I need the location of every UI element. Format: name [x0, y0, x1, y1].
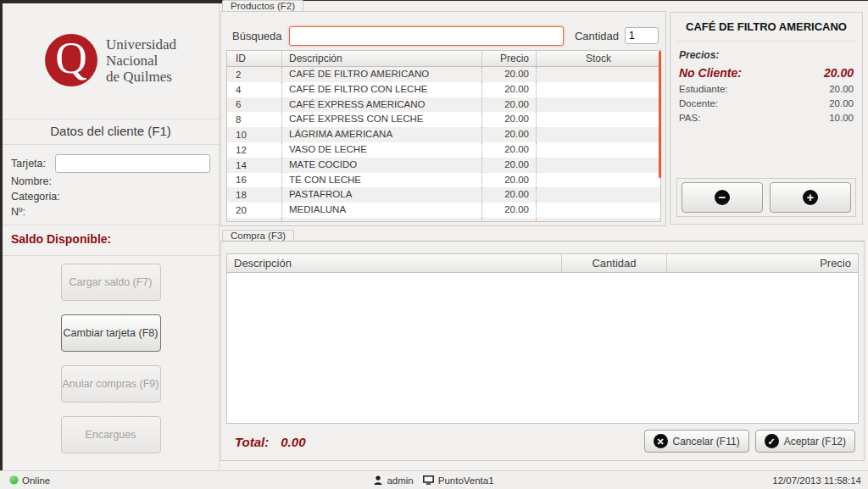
product-id-cell: 6 [227, 99, 281, 109]
product-desc-cell: MEDIALUNA [281, 203, 481, 218]
nombre-label: Nombre: [11, 174, 210, 189]
product-stock-cell [536, 82, 660, 97]
search-input[interactable] [289, 26, 564, 46]
header-stock[interactable]: Stock [536, 51, 660, 66]
purchase-actions: ✕ Cancelar (F11) ✓ Aceptar (F12) [644, 430, 856, 453]
product-precio-cell: 20.00 [481, 203, 536, 218]
purchase-header-descripcion[interactable]: Descripción [227, 254, 561, 272]
products-scrollbar[interactable] [659, 51, 661, 178]
product-row[interactable]: 18 PASTAFROLA 20.00 [227, 187, 660, 203]
university-name-line3: de Quilmes [106, 69, 176, 85]
quantity-input[interactable] [625, 27, 659, 44]
session-info: admin PuntoVenta1 [374, 475, 493, 486]
university-logo: Q Universidad Nacional de Quilmes [3, 25, 219, 95]
product-precio-cell: 20.00 [481, 173, 536, 188]
tarjeta-input[interactable] [55, 154, 210, 173]
products-table-body: 2 CAFÉ DE FILTRO AMERICANO 20.00 4 CAFÉ … [227, 67, 660, 222]
terminal-icon [423, 475, 434, 485]
product-desc-cell: CAFÉ DE FILTRO AMERICANO [281, 67, 481, 82]
sidebar-action-button[interactable]: Cargar saldo (F7) [61, 264, 161, 301]
purchase-header-cantidad[interactable]: Cantidad [561, 254, 666, 272]
product-id-cell: 18 [227, 190, 281, 200]
product-row[interactable]: 4 CAFÉ DE FILTRO CON LECHE 20.00 [227, 82, 660, 97]
product-stock-cell [536, 112, 660, 127]
product-stock-cell [536, 142, 660, 158]
price-row: PAS: 10.00 [679, 111, 854, 125]
quantity-adjust-box: − + [676, 178, 856, 217]
header-id[interactable]: ID [227, 51, 281, 66]
product-stock-cell [536, 173, 660, 188]
client-section-title: Datos del cliente (F1) [3, 119, 219, 145]
numero-label: Nº: [11, 204, 210, 219]
product-desc-cell: VASO DE LECHE [281, 142, 481, 158]
product-precio-cell: 20.00 [481, 67, 536, 82]
price-value: 20.00 [824, 64, 854, 82]
connection-status: Online [10, 475, 50, 486]
accept-check-icon: ✓ [765, 434, 779, 448]
product-precio-cell: 20.00 [481, 82, 536, 97]
decrease-quantity-button[interactable]: − [682, 182, 763, 213]
tab-compra[interactable]: Compra (F3) [222, 230, 294, 241]
product-row[interactable]: 16 TÉ CON LECHE 20.00 [227, 173, 660, 188]
saldo-label: Saldo Disponible: [11, 232, 111, 246]
categoria-label: Categoria: [11, 189, 210, 204]
header-descripcion[interactable]: Descripción [281, 51, 481, 66]
client-sidebar: Q Universidad Nacional de Quilmes Datos … [3, 3, 220, 470]
purchase-table: Descripción Cantidad Precio [226, 253, 859, 424]
price-value: 20.00 [829, 82, 854, 97]
product-id-cell: 16 [227, 175, 281, 185]
product-id-cell: 14 [227, 160, 281, 170]
search-label: Búsqueda [232, 30, 282, 42]
product-row[interactable]: 8 CAFÉ EXPRESS CON LECHE 20.00 [227, 112, 660, 127]
product-id-cell: 10 [227, 130, 281, 140]
product-row[interactable]: 10 LÁGRIMA AMERICANA 20.00 [227, 127, 660, 142]
product-precio-cell: 20.00 [481, 158, 536, 173]
accept-button[interactable]: ✓ Aceptar (F12) [755, 430, 855, 453]
saldo-section: Saldo Disponible: [3, 225, 219, 256]
purchase-panel: Descripción Cantidad Precio Total:0.00 ✕… [220, 241, 865, 461]
cancel-x-icon: ✕ [654, 434, 668, 448]
university-name: Universidad Nacional de Quilmes [106, 36, 176, 85]
user-icon [374, 475, 382, 485]
sidebar-action-button[interactable]: Anular compras (F9) [61, 365, 161, 403]
minus-icon: − [715, 190, 730, 205]
product-id-cell: 4 [227, 85, 281, 95]
header-precio[interactable]: Precio [481, 51, 536, 66]
unq-logo-icon: Q [45, 34, 97, 86]
product-desc-cell: MEDIALUNA CHICA CON JAMON Y QUESO [281, 218, 481, 222]
product-row[interactable]: 14 MATE COCIDO 20.00 [227, 158, 660, 173]
sidebar-action-button[interactable]: Cambiar tarjeta (F8) [61, 314, 161, 352]
total-value: 0.00 [281, 435, 305, 449]
status-bar: Online admin PuntoVenta1 12/07/2013 11:5… [0, 470, 868, 489]
tarjeta-label: Tarjeta: [11, 158, 55, 169]
product-stock-cell [536, 67, 660, 82]
terminal-name: PuntoVenta1 [438, 475, 494, 486]
cancel-button[interactable]: ✕ Cancelar (F11) [644, 430, 749, 453]
product-stock-cell [536, 97, 660, 113]
product-id-cell: 22 [227, 220, 281, 222]
product-row[interactable]: 22 MEDIALUNA CHICA CON JAMON Y QUESO 20.… [227, 218, 660, 222]
university-name-line1: Universidad [106, 36, 176, 53]
accept-button-label: Aceptar (F12) [784, 436, 846, 447]
price-row: No Cliente: 20.00 [679, 64, 854, 82]
datetime: 12/07/2013 11:58:14 [772, 475, 861, 486]
product-desc-cell: MATE COCIDO [281, 158, 481, 173]
price-category-label: Docente: [679, 97, 718, 111]
price-category-label: Estudiante: [679, 82, 728, 97]
price-category-label: PAS: [679, 111, 700, 125]
total-label: Total: [235, 435, 269, 449]
product-desc-cell: LÁGRIMA AMERICANA [281, 127, 481, 142]
precios-label: Precios: [679, 49, 854, 61]
product-row[interactable]: 20 MEDIALUNA 20.00 [227, 203, 660, 218]
products-table-header: ID Descripción Precio Stock [227, 51, 660, 67]
product-row[interactable]: 12 VASO DE LECHE 20.00 [227, 142, 660, 158]
price-value: 20.00 [829, 97, 854, 111]
product-row[interactable]: 6 CAFÉ EXPRESS AMERICANO 20.00 [227, 97, 660, 113]
product-row[interactable]: 2 CAFÉ DE FILTRO AMERICANO 20.00 [227, 67, 660, 82]
purchase-header-precio[interactable]: Precio [666, 254, 858, 272]
sidebar-action-button[interactable]: Encargues [61, 416, 161, 453]
product-stock-cell [536, 203, 660, 218]
tab-productos[interactable]: Productos (F2) [222, 0, 303, 11]
increase-quantity-button[interactable]: + [770, 182, 851, 213]
online-status-label: Online [22, 475, 50, 486]
